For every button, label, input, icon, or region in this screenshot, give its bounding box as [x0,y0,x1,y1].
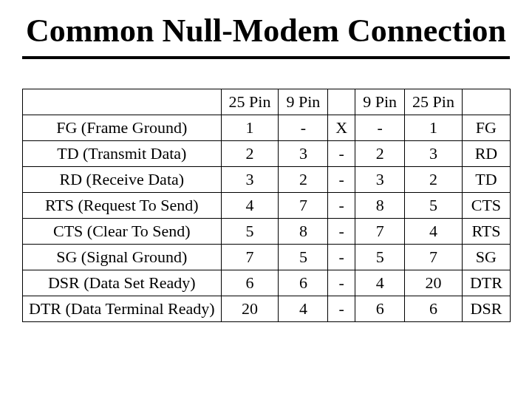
pin-25-a: 6 [221,270,279,296]
pin-9-a: 2 [279,167,328,193]
link-cell: - [328,245,355,270]
table-row: DTR (Data Terminal Ready) 20 4 - 6 6 DSR [23,296,511,322]
pinout-table: 25 Pin 9 Pin 9 Pin 25 Pin FG (Frame Grou… [22,89,511,322]
pin-9-a: 6 [279,270,328,296]
signal-name-left: DTR (Data Terminal Ready) [23,296,222,322]
header-25pin-a: 25 Pin [221,89,279,115]
page-title: Common Null-Modem Connection [22,13,510,49]
signal-name-left: SG (Signal Ground) [23,245,222,270]
pin-25-a: 3 [221,167,279,193]
pin-9-b: 3 [355,167,405,193]
pin-9-a: 5 [279,245,328,270]
pin-9-a: 8 [279,219,328,245]
link-cell: - [328,219,355,245]
table-row: TD (Transmit Data) 2 3 - 2 3 RD [23,141,511,167]
header-9pin-a: 9 Pin [279,89,328,115]
signal-name-right: RTS [462,219,510,245]
signal-name-right: RD [462,141,510,167]
pin-25-a: 7 [221,245,279,270]
pin-9-b: 2 [355,141,405,167]
pin-9-a: 4 [279,296,328,322]
signal-name-right: DTR [462,270,510,296]
link-cell: - [328,296,355,322]
pin-9-b: 4 [355,270,405,296]
table-header-row: 25 Pin 9 Pin 9 Pin 25 Pin [23,89,511,115]
link-cell: - [328,167,355,193]
pin-25-a: 2 [221,141,279,167]
table-row: CTS (Clear To Send) 5 8 - 7 4 RTS [23,219,511,245]
header-link [328,89,355,115]
table-row: DSR (Data Set Ready) 6 6 - 4 20 DTR [23,270,511,296]
pin-25-b: 2 [405,167,463,193]
pin-25-a: 1 [221,115,279,141]
signal-name-right: SG [462,245,510,270]
pin-25-b: 20 [405,270,463,296]
title-rule [22,56,510,59]
pin-9-a: 7 [279,193,328,219]
table-row: RD (Receive Data) 3 2 - 3 2 TD [23,167,511,193]
pin-9-b: 5 [355,245,405,270]
signal-name-right: TD [462,167,510,193]
pin-9-b: - [355,115,405,141]
pin-9-b: 8 [355,193,405,219]
pin-25-a: 20 [221,296,279,322]
signal-name-right: CTS [462,193,510,219]
table-row: FG (Frame Ground) 1 - X - 1 FG [23,115,511,141]
pin-25-a: 5 [221,219,279,245]
signal-name-left: DSR (Data Set Ready) [23,270,222,296]
slide: Common Null-Modem Connection 25 Pin 9 Pi… [0,0,532,399]
table-row: RTS (Request To Send) 4 7 - 8 5 CTS [23,193,511,219]
link-cell: - [328,270,355,296]
signal-name-left: TD (Transmit Data) [23,141,222,167]
pin-25-b: 3 [405,141,463,167]
header-9pin-b: 9 Pin [355,89,405,115]
pin-25-b: 7 [405,245,463,270]
header-blank-right [462,89,510,115]
signal-name-right: DSR [462,296,510,322]
signal-name-left: RD (Receive Data) [23,167,222,193]
pin-25-b: 4 [405,219,463,245]
signal-name-left: CTS (Clear To Send) [23,219,222,245]
pin-25-b: 1 [405,115,463,141]
header-25pin-b: 25 Pin [405,89,463,115]
pin-9-a: - [279,115,328,141]
pin-25-b: 5 [405,193,463,219]
header-blank-left [23,89,222,115]
link-cell: - [328,141,355,167]
pin-9-b: 7 [355,219,405,245]
table-row: SG (Signal Ground) 7 5 - 5 7 SG [23,245,511,270]
link-cell: - [328,193,355,219]
signal-name-left: FG (Frame Ground) [23,115,222,141]
link-cell: X [328,115,355,141]
pin-9-b: 6 [355,296,405,322]
pin-25-b: 6 [405,296,463,322]
signal-name-right: FG [462,115,510,141]
signal-name-left: RTS (Request To Send) [23,193,222,219]
pin-9-a: 3 [279,141,328,167]
pin-25-a: 4 [221,193,279,219]
